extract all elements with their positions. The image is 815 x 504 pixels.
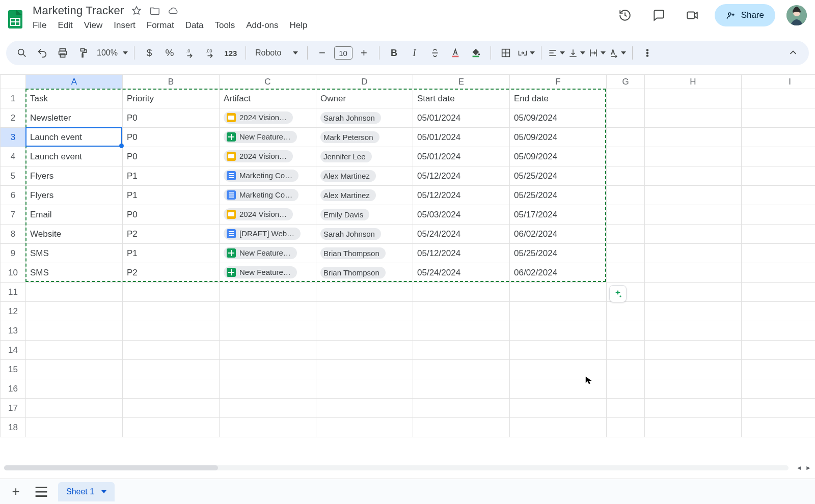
row-header-18[interactable]: 18 [1, 418, 26, 437]
cell-F2[interactable]: 05/09/2024 [510, 108, 607, 128]
cell-B2[interactable]: P0 [123, 108, 220, 128]
column-header-H[interactable]: H [645, 75, 742, 89]
owner-chip[interactable]: Brian Thompson [320, 247, 386, 259]
cell-D18[interactable] [316, 418, 413, 437]
row-header-1[interactable]: 1 [1, 89, 26, 108]
cell-C1[interactable]: Artifact [220, 89, 316, 108]
row-header-10[interactable]: 10 [1, 263, 26, 283]
fill-color-icon[interactable] [467, 44, 484, 62]
cell-D8[interactable]: Sarah Johnson [316, 225, 413, 244]
cell-B14[interactable] [123, 341, 220, 360]
row-header-17[interactable]: 17 [1, 399, 26, 418]
cell-F5[interactable]: 05/25/2024 [510, 166, 607, 186]
cell-H17[interactable] [645, 399, 742, 418]
font-family-select[interactable]: Roboto [252, 48, 301, 58]
cell-F6[interactable]: 05/25/2024 [510, 186, 607, 205]
column-header-C[interactable]: C [220, 75, 316, 89]
cell-E15[interactable] [413, 360, 510, 379]
cell-A18[interactable] [26, 418, 123, 437]
cell-G2[interactable] [607, 108, 645, 128]
cell-I9[interactable] [742, 244, 816, 263]
cell-G13[interactable] [607, 321, 645, 341]
cell-D9[interactable]: Brian Thompson [316, 244, 413, 263]
text-wrap-icon[interactable] [588, 44, 606, 62]
cell-I8[interactable] [742, 225, 816, 244]
cell-F4[interactable]: 05/09/2024 [510, 147, 607, 166]
cell-C9[interactable]: New Feature… [220, 244, 316, 263]
cell-C17[interactable] [220, 399, 316, 418]
artifact-chip[interactable]: 2024 Vision… [224, 150, 293, 162]
cell-A17[interactable] [26, 399, 123, 418]
cell-I13[interactable] [742, 321, 816, 341]
cell-B7[interactable]: P0 [123, 205, 220, 225]
owner-chip[interactable]: Sarah Johnson [320, 228, 381, 240]
cell-E11[interactable] [413, 283, 510, 302]
increase-font-size-icon[interactable]: + [356, 44, 373, 62]
document-title[interactable]: Marketing Tracker [33, 4, 124, 17]
star-icon[interactable] [131, 5, 142, 16]
owner-chip[interactable]: Alex Martinez [320, 170, 376, 182]
cell-I12[interactable] [742, 302, 816, 321]
artifact-chip[interactable]: 2024 Vision… [224, 111, 293, 124]
menu-tools[interactable]: Tools [215, 20, 235, 31]
menu-data[interactable]: Data [185, 20, 204, 31]
menu-edit[interactable]: Edit [58, 20, 72, 31]
cell-D6[interactable]: Alex Martinez [316, 186, 413, 205]
cell-F11[interactable] [510, 283, 607, 302]
explore-button[interactable] [609, 285, 627, 302]
cell-I3[interactable] [742, 128, 816, 147]
cell-B10[interactable]: P2 [123, 263, 220, 283]
bold-icon[interactable]: B [386, 44, 403, 62]
cell-G12[interactable] [607, 302, 645, 321]
owner-chip[interactable]: Jennifer Lee [320, 151, 372, 162]
cell-D13[interactable] [316, 321, 413, 341]
text-rotation-icon[interactable] [609, 44, 626, 62]
cell-C12[interactable] [220, 302, 316, 321]
meet-icon[interactable] [681, 4, 703, 26]
menu-help[interactable]: Help [290, 20, 308, 31]
cell-A2[interactable]: Newsletter [26, 108, 123, 128]
owner-chip[interactable]: Mark Peterson [320, 131, 379, 143]
search-icon[interactable] [13, 44, 31, 62]
more-tools-icon[interactable] [639, 44, 656, 62]
cell-D16[interactable] [316, 379, 413, 399]
cell-D5[interactable]: Alex Martinez [316, 166, 413, 186]
cell-F7[interactable]: 05/17/2024 [510, 205, 607, 225]
cell-D15[interactable] [316, 360, 413, 379]
cell-I1[interactable] [742, 89, 816, 108]
cell-G6[interactable] [607, 186, 645, 205]
text-color-icon[interactable] [447, 44, 464, 62]
italic-icon[interactable]: I [406, 44, 423, 62]
cell-A5[interactable]: Flyers [26, 166, 123, 186]
cell-C11[interactable] [220, 283, 316, 302]
cell-F1[interactable]: End date [510, 89, 607, 108]
move-icon[interactable] [149, 5, 160, 16]
cell-F17[interactable] [510, 399, 607, 418]
cell-H5[interactable] [645, 166, 742, 186]
cell-D4[interactable]: Jennifer Lee [316, 147, 413, 166]
cell-I6[interactable] [742, 186, 816, 205]
cell-D14[interactable] [316, 341, 413, 360]
decrease-decimal-icon[interactable]: .0 [181, 44, 199, 62]
cell-D12[interactable] [316, 302, 413, 321]
cell-G7[interactable] [607, 205, 645, 225]
column-header-F[interactable]: F [510, 75, 607, 89]
artifact-chip[interactable]: 2024 Vision… [224, 208, 293, 220]
cell-G15[interactable] [607, 360, 645, 379]
cell-F9[interactable]: 05/25/2024 [510, 244, 607, 263]
cell-C4[interactable]: 2024 Vision… [220, 147, 316, 166]
cell-F12[interactable] [510, 302, 607, 321]
font-size-input[interactable]: 10 [334, 46, 352, 60]
cell-I18[interactable] [742, 418, 816, 437]
undo-icon[interactable] [34, 44, 51, 62]
more-formats-icon[interactable]: 123 [222, 44, 239, 62]
row-header-13[interactable]: 13 [1, 321, 26, 341]
zoom-select[interactable]: 100% [95, 48, 128, 58]
borders-icon[interactable] [497, 44, 514, 62]
row-header-6[interactable]: 6 [1, 186, 26, 205]
cell-H1[interactable] [645, 89, 742, 108]
cell-B11[interactable] [123, 283, 220, 302]
row-header-8[interactable]: 8 [1, 225, 26, 244]
row-header-7[interactable]: 7 [1, 205, 26, 225]
cell-F10[interactable]: 06/02/2024 [510, 263, 607, 283]
